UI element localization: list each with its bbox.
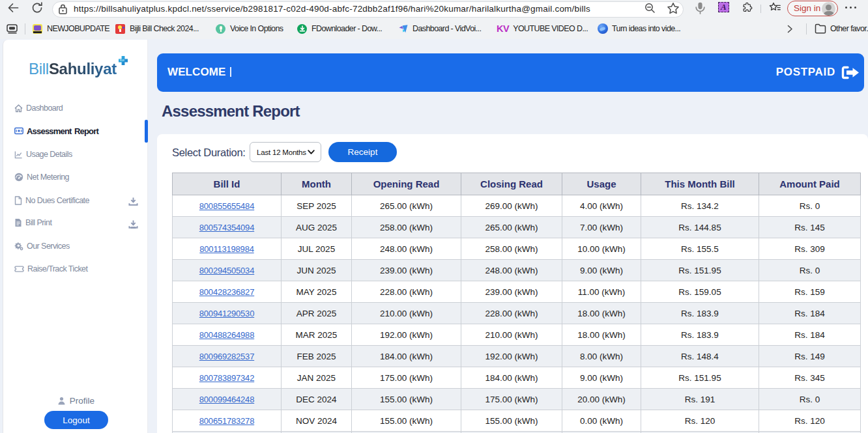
svg-text:PLUS: PLUS (120, 59, 124, 62)
